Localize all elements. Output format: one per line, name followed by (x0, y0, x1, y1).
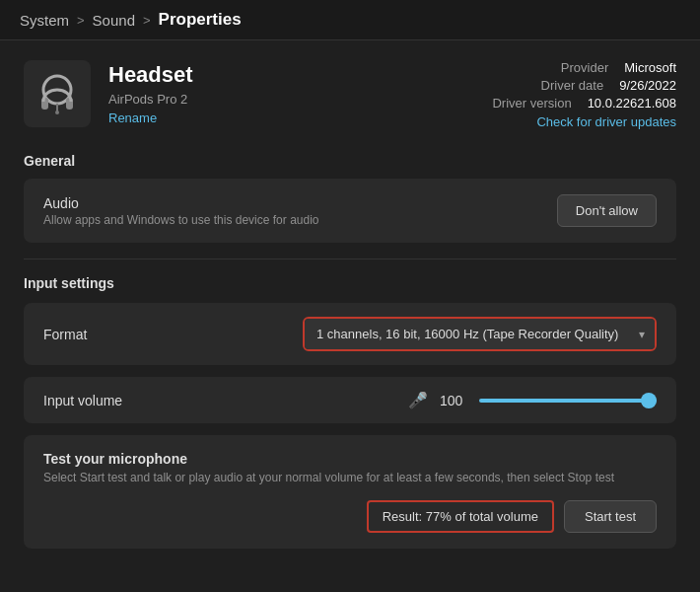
test-bottom-row: Result: 77% of total volume Start test (43, 500, 657, 533)
volume-label: Input volume (43, 393, 122, 408)
device-left: Headset AirPods Pro 2 Rename (24, 60, 193, 127)
device-header: Headset AirPods Pro 2 Rename Provider Mi… (24, 60, 676, 129)
volume-slider[interactable] (479, 399, 657, 403)
device-model: AirPods Pro 2 (108, 92, 193, 107)
provider-value: Microsoft (624, 60, 676, 75)
format-row: Format 1 channels, 16 bit, 16000 Hz (Tap… (24, 303, 676, 365)
volume-controls: 🎤 100 (408, 391, 657, 409)
mic-icon: 🎤 (408, 391, 428, 409)
test-microphone-desc: Select Start test and talk or play audio… (43, 471, 657, 484)
divider-1 (24, 259, 676, 259)
svg-point-4 (55, 111, 59, 114)
breadcrumb-sound[interactable]: Sound (93, 12, 135, 29)
audio-row: Audio Allow apps and Windows to use this… (43, 194, 657, 227)
provider-row: Provider Microsoft (492, 60, 676, 75)
driver-version-value: 10.0.22621.608 (588, 96, 676, 111)
input-settings-heading: Input settings (24, 275, 676, 291)
volume-row: Input volume 🎤 100 (24, 377, 676, 423)
driver-version-label: Driver version (492, 96, 571, 111)
driver-version-row: Driver version 10.0.22621.608 (492, 96, 676, 111)
audio-info: Audio Allow apps and Windows to use this… (43, 195, 319, 227)
dont-allow-button[interactable]: Don't allow (557, 194, 657, 227)
test-result-box: Result: 77% of total volume (367, 500, 554, 533)
audio-desc: Allow apps and Windows to use this devic… (43, 213, 319, 227)
test-microphone-card: Test your microphone Select Start test a… (24, 435, 676, 549)
breadcrumb-current: Properties (159, 10, 242, 30)
volume-number: 100 (440, 393, 467, 408)
driver-date-row: Driver date 9/26/2022 (492, 78, 676, 93)
driver-date-label: Driver date (541, 78, 604, 93)
audio-card: Audio Allow apps and Windows to use this… (24, 179, 676, 243)
check-driver-link[interactable]: Check for driver updates (492, 114, 676, 129)
start-test-button[interactable]: Start test (564, 500, 657, 533)
breadcrumb-sep1: > (77, 13, 85, 28)
device-right: Provider Microsoft Driver date 9/26/2022… (492, 60, 676, 129)
format-select[interactable]: 1 channels, 16 bit, 16000 Hz (Tape Recor… (305, 319, 655, 349)
driver-date-value: 9/26/2022 (619, 78, 676, 93)
audio-title: Audio (43, 195, 319, 211)
breadcrumb-bar: System > Sound > Properties (0, 0, 700, 40)
breadcrumb-sep2: > (143, 13, 151, 28)
main-content: Headset AirPods Pro 2 Rename Provider Mi… (0, 40, 700, 587)
rename-link[interactable]: Rename (108, 111, 193, 125)
breadcrumb-system[interactable]: System (20, 12, 69, 29)
headset-icon (32, 68, 83, 119)
device-name: Headset (108, 62, 193, 88)
device-info: Headset AirPods Pro 2 Rename (108, 62, 193, 125)
general-heading: General (24, 153, 676, 169)
provider-label: Provider (561, 60, 608, 75)
format-select-wrapper[interactable]: 1 channels, 16 bit, 16000 Hz (Tape Recor… (303, 317, 657, 351)
format-label: Format (43, 327, 87, 342)
device-icon (24, 60, 91, 127)
test-microphone-title: Test your microphone (43, 451, 657, 467)
